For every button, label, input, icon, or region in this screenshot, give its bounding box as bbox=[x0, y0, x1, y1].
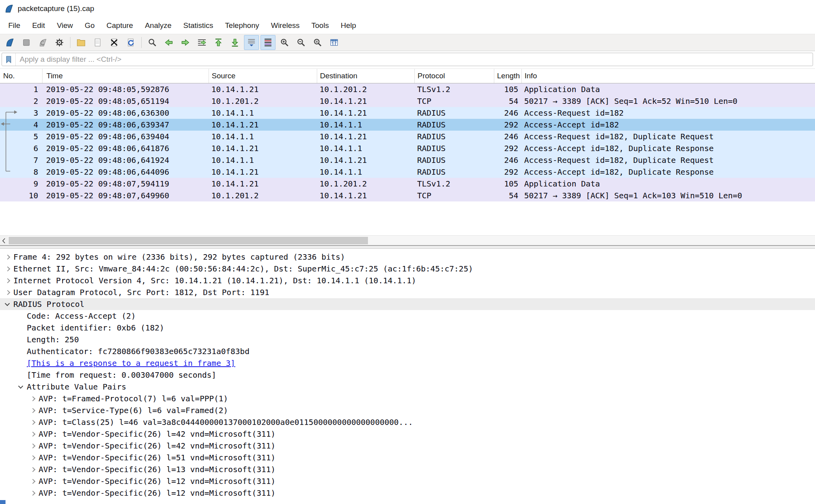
chevron-spacer bbox=[17, 357, 27, 369]
packet-row-5[interactable]: 52019-05-22 09:48:06,63940410.14.1.110.1… bbox=[0, 131, 815, 142]
scrollbar-thumb[interactable] bbox=[9, 237, 368, 244]
menu-help[interactable]: Help bbox=[335, 19, 362, 32]
detail-row-2[interactable]: Internet Protocol Version 4, Src: 10.14.… bbox=[0, 275, 815, 286]
chevron-right-icon[interactable] bbox=[28, 487, 39, 499]
chevron-right-icon[interactable] bbox=[3, 275, 13, 286]
filter-bookmark-button[interactable] bbox=[2, 53, 16, 66]
open-file-button[interactable] bbox=[74, 35, 89, 50]
menu-view[interactable]: View bbox=[51, 19, 79, 32]
stop-capture-button[interactable] bbox=[19, 35, 34, 50]
display-filter-input[interactable] bbox=[16, 55, 813, 64]
arrow-left-icon bbox=[164, 37, 174, 48]
column-header-protocol[interactable]: Protocol bbox=[414, 69, 494, 83]
column-header-destination[interactable]: Destination bbox=[317, 69, 414, 83]
chevron-right-icon[interactable] bbox=[28, 404, 39, 416]
menu-tools[interactable]: Tools bbox=[305, 19, 335, 32]
chevron-right-icon[interactable] bbox=[28, 393, 39, 404]
chevron-down-icon[interactable] bbox=[17, 381, 27, 393]
packet-row-3[interactable]: 32019-05-22 09:48:06,63630010.14.1.110.1… bbox=[0, 107, 815, 119]
zoom-in-button[interactable] bbox=[277, 35, 292, 50]
chevron-down-icon[interactable] bbox=[3, 298, 13, 310]
chevron-right-icon[interactable] bbox=[3, 286, 13, 298]
menu-edit[interactable]: Edit bbox=[26, 19, 51, 32]
menu-analyze[interactable]: Analyze bbox=[139, 19, 177, 32]
reload-file-button[interactable] bbox=[123, 35, 138, 50]
chevron-spacer bbox=[17, 310, 27, 322]
detail-row-5[interactable]: Code: Access-Accept (2) bbox=[0, 310, 815, 322]
detail-row-14[interactable]: AVP: t=Class(25) l=46 val=3a8c0444000001… bbox=[0, 416, 815, 428]
chevron-right-icon[interactable] bbox=[28, 416, 39, 428]
detail-row-6[interactable]: Packet identifier: 0xb6 (182) bbox=[0, 322, 815, 334]
menu-wireless[interactable]: Wireless bbox=[265, 19, 305, 32]
menu-statistics[interactable]: Statistics bbox=[177, 19, 219, 32]
detail-row-13[interactable]: AVP: t=Service-Type(6) l=6 val=Framed(2) bbox=[0, 404, 815, 416]
find-packet-button[interactable] bbox=[145, 35, 160, 50]
detail-row-15[interactable]: AVP: t=Vendor-Specific(26) l=42 vnd=Micr… bbox=[0, 428, 815, 440]
chevron-right-icon[interactable] bbox=[28, 463, 39, 475]
detail-row-19[interactable]: AVP: t=Vendor-Specific(26) l=12 vnd=Micr… bbox=[0, 475, 815, 487]
chevron-right-icon[interactable] bbox=[28, 428, 39, 440]
chevron-right-icon[interactable] bbox=[28, 452, 39, 463]
packet-row-2[interactable]: 22019-05-22 09:48:05,65119410.1.201.210.… bbox=[0, 95, 815, 107]
chevron-right-icon[interactable] bbox=[28, 440, 39, 452]
chevron-right-icon[interactable] bbox=[3, 263, 13, 275]
pane-splitter[interactable] bbox=[0, 245, 815, 249]
packet-row-9[interactable]: 92019-05-22 09:48:07,59411910.14.1.2110.… bbox=[0, 178, 815, 190]
detail-row-20[interactable]: AVP: t=Vendor-Specific(26) l=12 vnd=Micr… bbox=[0, 487, 815, 499]
packet-row-1[interactable]: 12019-05-22 09:48:05,59287610.14.1.2110.… bbox=[0, 83, 815, 95]
detail-row-0[interactable]: Frame 4: 292 bytes on wire (2336 bits), … bbox=[0, 251, 815, 263]
save-file-button[interactable] bbox=[90, 35, 105, 50]
detail-row-10[interactable]: [Time from request: 0.003047000 seconds] bbox=[0, 369, 815, 381]
detail-text: RADIUS Protocol bbox=[13, 299, 85, 309]
packet-10-source: 10.1.201.2 bbox=[209, 190, 317, 201]
menu-capture[interactable]: Capture bbox=[101, 19, 139, 32]
column-header-info[interactable]: Info bbox=[521, 69, 815, 83]
detail-row-4[interactable]: RADIUS Protocol bbox=[0, 298, 815, 310]
chevron-right-icon[interactable] bbox=[3, 251, 13, 263]
go-to-top-button[interactable] bbox=[211, 35, 226, 50]
go-forward-button[interactable] bbox=[178, 35, 193, 50]
menu-telephony[interactable]: Telephony bbox=[219, 19, 265, 32]
packet-row-6[interactable]: 62019-05-22 09:48:06,64187610.14.1.2110.… bbox=[0, 142, 815, 154]
packet-3-protocol: RADIUS bbox=[414, 107, 494, 119]
go-back-button[interactable] bbox=[161, 35, 176, 50]
detail-link[interactable]: [This is a response to a request in fram… bbox=[27, 358, 235, 368]
detail-row-12[interactable]: AVP: t=Framed-Protocol(7) l=6 val=PPP(1) bbox=[0, 393, 815, 404]
colorize-button[interactable] bbox=[261, 35, 275, 50]
zoom-reset-button[interactable] bbox=[310, 35, 325, 50]
go-to-packet-button[interactable] bbox=[194, 35, 209, 50]
auto-scroll-button[interactable] bbox=[244, 35, 259, 50]
start-capture-button[interactable] bbox=[2, 35, 17, 50]
column-header-length[interactable]: Length bbox=[494, 69, 521, 83]
capture-options-button[interactable] bbox=[52, 35, 67, 50]
menu-file[interactable]: File bbox=[2, 19, 26, 32]
resize-columns-button[interactable] bbox=[327, 35, 342, 50]
detail-row-7[interactable]: Length: 250 bbox=[0, 334, 815, 345]
packet-6-info: Access-Accept id=182, Duplicate Response bbox=[521, 142, 815, 154]
detail-row-8[interactable]: Authenticator: fc7280866f90383e065c73231… bbox=[0, 345, 815, 357]
packet-row-8[interactable]: 82019-05-22 09:48:06,64409610.14.1.2110.… bbox=[0, 166, 815, 178]
restart-capture-button[interactable] bbox=[35, 35, 50, 50]
zoom-out-button[interactable] bbox=[294, 35, 309, 50]
packet-row-4[interactable]: 42019-05-22 09:48:06,63934710.14.1.2110.… bbox=[0, 119, 815, 131]
column-header-source[interactable]: Source bbox=[209, 69, 317, 83]
detail-row-17[interactable]: AVP: t=Vendor-Specific(26) l=51 vnd=Micr… bbox=[0, 452, 815, 463]
packet-row-7[interactable]: 72019-05-22 09:48:06,64192410.14.1.110.1… bbox=[0, 154, 815, 166]
detail-text: Authenticator: fc7280866f90383e065c73231… bbox=[27, 347, 249, 356]
menu-go[interactable]: Go bbox=[79, 19, 100, 32]
packet-row-10[interactable]: 102019-05-22 09:48:07,64996010.1.201.210… bbox=[0, 190, 815, 201]
detail-row-18[interactable]: AVP: t=Vendor-Specific(26) l=13 vnd=Micr… bbox=[0, 463, 815, 475]
go-to-bottom-button[interactable] bbox=[227, 35, 242, 50]
detail-row-9[interactable]: [This is a response to a request in fram… bbox=[0, 357, 815, 369]
detail-row-11[interactable]: Attribute Value Pairs bbox=[0, 381, 815, 393]
column-header-time[interactable]: Time bbox=[42, 69, 209, 83]
packet-7-time: 2019-05-22 09:48:06,641924 bbox=[42, 154, 209, 166]
detail-row-16[interactable]: AVP: t=Vendor-Specific(26) l=42 vnd=Micr… bbox=[0, 440, 815, 452]
close-file-button[interactable] bbox=[107, 35, 122, 50]
detail-row-3[interactable]: User Datagram Protocol, Src Port: 1812, … bbox=[0, 286, 815, 298]
column-header-no[interactable]: No. bbox=[0, 69, 42, 83]
chevron-right-icon[interactable] bbox=[28, 475, 39, 487]
detail-row-1[interactable]: Ethernet II, Src: Vmware_84:44:2c (00:50… bbox=[0, 263, 815, 275]
scroll-left-button[interactable] bbox=[0, 236, 8, 246]
packet-5-info: Access-Request id=182, Duplicate Request bbox=[521, 131, 815, 142]
